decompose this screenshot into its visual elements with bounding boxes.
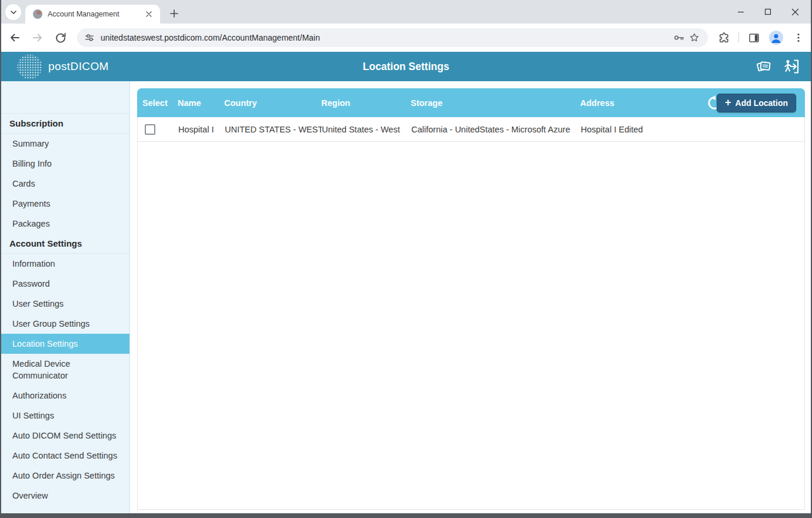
side-panel-button[interactable] [745,29,763,47]
window-controls [727,0,808,24]
header-actions [753,52,801,81]
sidebar-item-location-settings[interactable]: Location Settings [0,334,129,354]
column-header-country: Country [224,98,321,108]
sidebar-item-authorizations[interactable]: Authorizations [0,386,129,406]
profile-button[interactable] [767,29,785,47]
app-header: postDICOM Location Settings [0,52,812,81]
column-header-name: Name [178,98,224,108]
row-checkbox-cell [138,124,178,135]
sidebar-item-password[interactable]: Password [0,274,129,294]
reload-button[interactable] [51,28,71,48]
sidebar-item-auto-order-assign-settings[interactable]: Auto Order Assign Settings [0,466,129,486]
kebab-menu-icon [793,32,804,43]
sidebar-item-cards[interactable]: Cards [0,174,129,194]
sidebar-item-payments[interactable]: Payments [0,194,129,214]
table-header-row: SelectNameCountryRegionStorageAddress + … [137,88,805,117]
browser-tab[interactable]: Account Management [25,5,160,24]
star-icon [688,32,700,44]
window-bottom-edge [0,513,812,518]
extensions-button[interactable] [715,29,733,47]
minimize-button[interactable] [727,0,754,24]
page-title: Location Settings [0,61,812,73]
column-header-region: Region [321,98,411,108]
password-manager-button[interactable] [671,30,687,45]
sidebar-item-overview[interactable]: Overview [0,486,129,506]
sidebar-item-billing-info[interactable]: Billing Info [0,154,129,174]
chevron-down-icon [9,8,18,17]
forward-button[interactable] [28,28,48,48]
sidebar-item-information[interactable]: Information [0,254,129,274]
tab-search-button[interactable] [5,4,21,20]
tab-title: Account Management [48,10,144,18]
site-settings-icon[interactable] [84,32,95,43]
browser-toolbar: unitedstateswest.postdicom.com/AccountMa… [0,24,812,52]
column-header-select: Select [137,98,178,108]
sidebar-item-ui-settings[interactable]: UI Settings [0,406,129,426]
plus-icon: + [725,97,731,108]
main-content: SelectNameCountryRegionStorageAddress + … [131,81,812,513]
sidebar-section-account-settings: Account Settings [0,234,129,254]
close-icon [791,8,799,16]
profile-avatar-icon [769,31,783,45]
credit-packages-button[interactable] [753,57,773,77]
row-checkbox[interactable] [145,124,155,135]
sidebar-nav: SubscriptionSummaryBilling InfoCardsPaym… [0,81,130,513]
locations-table: SelectNameCountryRegionStorageAddress + … [137,88,805,510]
address-bar[interactable]: unitedstateswest.postdicom.com/AccountMa… [77,28,708,47]
arrow-left-icon [9,32,21,44]
table-body: Hospital IUNITED STATES - WESTUnited Sta… [138,117,804,142]
key-icon [673,32,685,44]
toolbar-actions [715,29,812,47]
add-location-button[interactable]: + Add Location [717,94,796,112]
plus-icon [170,9,178,18]
side-panel-icon [748,32,760,44]
cell-address: Hospital I Edited [581,125,804,134]
logout-button[interactable] [781,57,801,77]
sidebar-item-medical-device-communicator[interactable]: Medical Device Communicator [0,354,129,386]
tab-close-button[interactable] [144,9,154,19]
new-tab-button[interactable] [166,5,182,22]
cell-storage: California - UnitedStates - Microsoft Az… [411,125,581,134]
minimize-icon [737,8,744,15]
logout-icon [783,58,800,75]
bookmark-button[interactable] [687,30,702,45]
postdicom-favicon-icon [33,9,42,19]
sidebar-item-auto-contact-send-settings[interactable]: Auto Contact Send Settings [0,446,129,466]
credit-cards-icon [754,57,773,76]
browser-menu-button[interactable] [790,29,807,47]
sidebar-item-summary[interactable]: Summary [0,134,129,154]
sidebar-item-packages[interactable]: Packages [0,214,129,234]
cell-name: Hospital I [178,125,225,134]
close-window-button[interactable] [781,0,808,24]
table-row[interactable]: Hospital IUNITED STATES - WESTUnited Sta… [138,117,804,142]
reload-icon [55,32,66,44]
sidebar-section-subscription: Subscription [0,113,129,134]
cell-country: UNITED STATES - WEST [225,125,322,134]
url-text[interactable]: unitedstateswest.postdicom.com/AccountMa… [101,33,671,42]
column-header-storage: Storage [411,98,580,108]
close-icon [146,11,152,17]
arrow-right-icon [32,32,44,44]
extensions-puzzle-icon [718,32,730,44]
maximize-icon [764,8,771,15]
sidebar-item-user-group-settings[interactable]: User Group Settings [0,314,129,334]
cell-region: United States - West [322,125,411,134]
window-left-edge [0,0,1,518]
sidebar-item-user-settings[interactable]: User Settings [0,294,129,314]
toolbar-separator [738,32,739,43]
browser-tab-strip: Account Management [0,0,812,24]
maximize-button[interactable] [754,0,781,24]
add-location-label: Add Location [736,98,788,108]
back-button[interactable] [5,28,25,48]
sidebar-item-auto-dicom-send-settings[interactable]: Auto DICOM Send Settings [0,426,129,446]
